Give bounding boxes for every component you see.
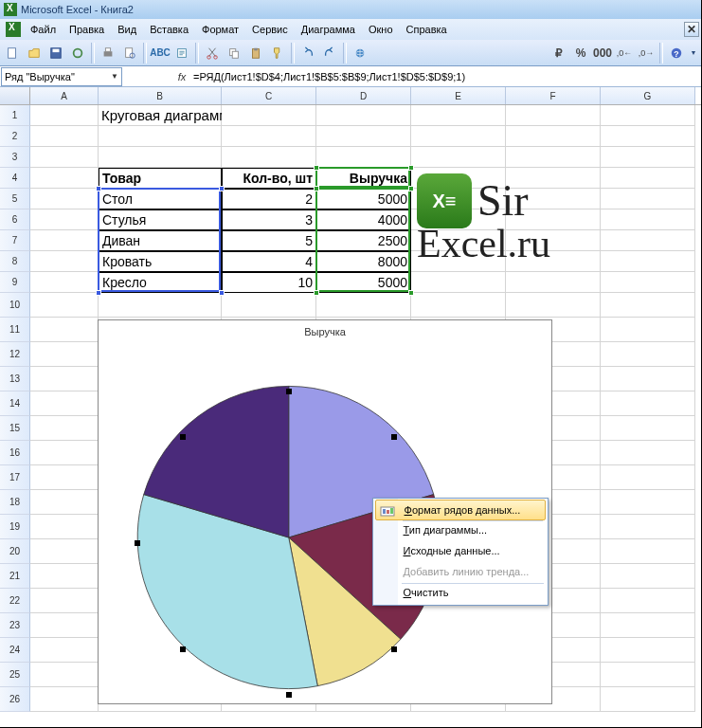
select-all-corner[interactable] bbox=[0, 87, 30, 104]
row-header-24[interactable]: 24 bbox=[0, 638, 30, 663]
row-header-2[interactable]: 2 bbox=[0, 126, 30, 147]
cell-C7[interactable]: 5 bbox=[222, 230, 316, 251]
cell-A21[interactable] bbox=[30, 564, 99, 589]
cell-G3[interactable] bbox=[601, 147, 695, 168]
selection-handle[interactable] bbox=[314, 186, 319, 191]
cell-D8[interactable]: 8000 bbox=[316, 251, 411, 272]
cell-A20[interactable] bbox=[30, 539, 99, 564]
cell-G18[interactable] bbox=[601, 490, 695, 515]
cell-B8[interactable]: Кровать bbox=[99, 251, 222, 272]
cells-area[interactable]: Круговая диаграмма в Excel 2003ТоварКол-… bbox=[30, 105, 695, 712]
formula-input[interactable]: =РЯД(Лист1!$D$4;Лист1!$B$5:$B$9;Лист1!$D… bbox=[189, 71, 701, 82]
cell-B4[interactable]: Товар bbox=[99, 168, 222, 189]
row-header-10[interactable]: 10 bbox=[0, 293, 30, 318]
cell-G9[interactable] bbox=[601, 272, 695, 293]
toolbar-options-button[interactable]: ▼ bbox=[688, 43, 699, 64]
cell-G21[interactable] bbox=[601, 564, 695, 589]
row-header-17[interactable]: 17 bbox=[0, 465, 30, 490]
redo-button[interactable] bbox=[319, 43, 340, 64]
cell-A26[interactable] bbox=[30, 687, 99, 712]
row-header-3[interactable]: 3 bbox=[0, 147, 30, 168]
cell-A1[interactable] bbox=[30, 105, 99, 126]
percent-button[interactable]: % bbox=[570, 43, 591, 64]
row-header-23[interactable]: 23 bbox=[0, 613, 30, 638]
cell-F2[interactable] bbox=[506, 126, 601, 147]
row-header-16[interactable]: 16 bbox=[0, 441, 30, 465]
cell-G17[interactable] bbox=[601, 465, 695, 490]
selection-handle[interactable] bbox=[96, 186, 101, 191]
cell-D2[interactable] bbox=[316, 126, 411, 147]
ctx-source-data[interactable]: Исходные данные... bbox=[375, 540, 547, 561]
column-header-E[interactable]: E bbox=[411, 87, 506, 104]
row-header-1[interactable]: 1 bbox=[0, 105, 30, 126]
cell-D7[interactable]: 2500 bbox=[316, 230, 411, 251]
decrease-decimal-button[interactable]: ,0→ bbox=[636, 43, 657, 64]
currency-button[interactable]: ₽ bbox=[549, 43, 569, 64]
cell-A10[interactable] bbox=[30, 293, 99, 318]
fx-icon[interactable]: fx bbox=[174, 71, 189, 82]
cell-B2[interactable] bbox=[99, 126, 222, 147]
row-header-21[interactable]: 21 bbox=[0, 564, 30, 589]
cell-C4[interactable]: Кол-во, шт bbox=[222, 168, 316, 189]
cell-E3[interactable] bbox=[411, 147, 506, 168]
cell-F10[interactable] bbox=[506, 293, 601, 318]
cell-C6[interactable]: 3 bbox=[222, 209, 316, 230]
chart-selection-handle[interactable] bbox=[180, 646, 186, 652]
column-header-A[interactable]: A bbox=[30, 87, 99, 104]
spelling-button[interactable]: ABC bbox=[150, 43, 171, 64]
cell-B10[interactable] bbox=[99, 293, 222, 318]
cell-F3[interactable] bbox=[506, 147, 601, 168]
ctx-chart-type[interactable]: Тип диаграммы... bbox=[375, 519, 547, 540]
cell-A17[interactable] bbox=[30, 465, 99, 490]
cell-D5[interactable]: 5000 bbox=[316, 189, 411, 209]
chart-selection-handle[interactable] bbox=[180, 434, 186, 440]
row-header-4[interactable]: 4 bbox=[0, 168, 30, 189]
cell-B3[interactable] bbox=[99, 147, 222, 168]
format-painter-button[interactable] bbox=[267, 43, 288, 64]
hyperlink-button[interactable] bbox=[350, 43, 370, 64]
row-header-7[interactable]: 7 bbox=[0, 230, 30, 251]
cell-G10[interactable] bbox=[601, 293, 695, 318]
cell-G20[interactable] bbox=[601, 539, 695, 564]
chart-selection-handle[interactable] bbox=[286, 389, 292, 394]
cell-A24[interactable] bbox=[30, 638, 99, 663]
cell-C8[interactable]: 4 bbox=[222, 251, 316, 272]
menu-chart[interactable]: Диаграмма bbox=[296, 21, 361, 38]
menu-view[interactable]: Вид bbox=[112, 21, 142, 38]
copy-button[interactable] bbox=[224, 43, 244, 64]
cell-A11[interactable] bbox=[30, 318, 99, 342]
row-header-15[interactable]: 15 bbox=[0, 416, 30, 441]
open-button[interactable] bbox=[24, 43, 45, 64]
cell-G14[interactable] bbox=[601, 391, 695, 416]
cell-A12[interactable] bbox=[30, 342, 99, 367]
cell-A16[interactable] bbox=[30, 441, 99, 465]
column-header-F[interactable]: F bbox=[506, 87, 601, 104]
cell-B9[interactable]: Кресло bbox=[99, 272, 222, 293]
chart-selection-handle[interactable] bbox=[391, 646, 397, 652]
print-button[interactable] bbox=[98, 43, 118, 64]
column-header-C[interactable]: C bbox=[222, 87, 316, 104]
row-header-9[interactable]: 9 bbox=[0, 272, 30, 293]
row-header-19[interactable]: 19 bbox=[0, 515, 30, 539]
column-header-G[interactable]: G bbox=[601, 87, 695, 104]
cell-D4[interactable]: Выручка bbox=[316, 168, 411, 189]
cell-A14[interactable] bbox=[30, 391, 99, 416]
menu-edit[interactable]: Правка bbox=[63, 21, 110, 38]
cell-G16[interactable] bbox=[601, 441, 695, 465]
cell-G23[interactable] bbox=[601, 613, 695, 638]
increase-decimal-button[interactable]: ,0← bbox=[614, 43, 635, 64]
cell-A15[interactable] bbox=[30, 416, 99, 441]
cell-G11[interactable] bbox=[601, 318, 695, 342]
undo-button[interactable] bbox=[297, 43, 318, 64]
cell-A9[interactable] bbox=[30, 272, 99, 293]
cell-A18[interactable] bbox=[30, 490, 99, 515]
selection-handle[interactable] bbox=[314, 165, 319, 171]
cell-B6[interactable]: Стулья bbox=[99, 209, 222, 230]
menu-insert[interactable]: Вставка bbox=[144, 21, 194, 38]
cell-C1[interactable] bbox=[222, 105, 316, 126]
cell-A23[interactable] bbox=[30, 613, 99, 638]
chart-title[interactable]: Выручка bbox=[99, 320, 551, 339]
row-header-12[interactable]: 12 bbox=[0, 342, 30, 367]
row-header-11[interactable]: 11 bbox=[0, 318, 30, 342]
cell-G1[interactable] bbox=[601, 105, 695, 126]
